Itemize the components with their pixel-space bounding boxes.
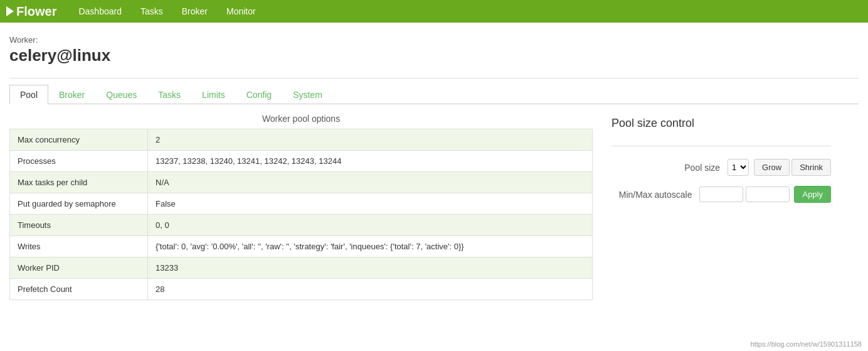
tab-limits[interactable]: Limits	[191, 85, 236, 104]
tab-tasks[interactable]: Tasks	[147, 85, 191, 104]
tab-config[interactable]: Config	[236, 85, 282, 104]
table-title: Worker pool options	[9, 114, 593, 124]
row-label: Max concurrency	[10, 129, 148, 151]
row-value: N/A	[148, 172, 593, 193]
tab-pool[interactable]: Pool	[9, 85, 48, 104]
pool-size-select[interactable]: 1 2 3 4	[728, 159, 749, 176]
table-row: Put guarded by semaphoreFalse	[10, 193, 593, 215]
nav-broker[interactable]: Broker	[172, 1, 217, 21]
autoscale-row: Min/Max autoscale Apply	[611, 186, 831, 203]
sidebar-section: Pool size control Pool size 1 2 3 4 Grow…	[593, 114, 831, 300]
table-row: Processes13237, 13238, 13240, 13241, 132…	[10, 151, 593, 172]
row-label: Timeouts	[10, 215, 148, 236]
min-input[interactable]	[699, 186, 743, 202]
shrink-button[interactable]: Shrink	[791, 159, 831, 176]
brand-label: Flower	[16, 4, 56, 19]
row-label: Writes	[10, 236, 148, 257]
divider	[9, 78, 859, 78]
row-value: 13233	[148, 257, 593, 279]
tab-queues[interactable]: Queues	[95, 85, 147, 104]
row-value: {'total': 0, 'avg': '0.00%', 'all': '', …	[148, 236, 593, 257]
row-label: Put guarded by semaphore	[10, 193, 148, 215]
tab-broker[interactable]: Broker	[48, 85, 95, 104]
row-label: Worker PID	[10, 257, 148, 279]
table-section: Worker pool options Max concurrency2Proc…	[9, 114, 593, 300]
pool-size-row: Pool size 1 2 3 4 Grow Shrink	[611, 159, 831, 176]
table-row: Max concurrency2	[10, 129, 593, 151]
content-area: Worker pool options Max concurrency2Proc…	[9, 114, 859, 300]
worker-name: celery@linux	[9, 46, 859, 65]
navbar-links: Dashboard Tasks Broker Monitor	[69, 1, 265, 21]
brand[interactable]: Flower	[6, 4, 56, 19]
nav-tasks[interactable]: Tasks	[131, 1, 172, 21]
row-value: 13237, 13238, 13240, 13241, 13242, 13243…	[148, 151, 593, 172]
max-input[interactable]	[746, 186, 790, 202]
table-row: Max tasks per childN/A	[10, 172, 593, 193]
table-row: Worker PID13233	[10, 257, 593, 279]
main-content: Worker: celery@linux Pool Broker Queues …	[0, 23, 868, 310]
pool-size-label: Pool size	[684, 163, 720, 173]
row-label: Prefetch Count	[10, 279, 148, 300]
pool-size-control: Pool size control Pool size 1 2 3 4 Grow…	[611, 114, 831, 203]
row-label: Processes	[10, 151, 148, 172]
pool-table: Max concurrency2Processes13237, 13238, 1…	[9, 129, 593, 300]
nav-dashboard[interactable]: Dashboard	[69, 1, 131, 21]
row-value: 0, 0	[148, 215, 593, 236]
table-row: Writes{'total': 0, 'avg': '0.00%', 'all'…	[10, 236, 593, 257]
apply-button[interactable]: Apply	[794, 186, 831, 203]
table-row: Timeouts0, 0	[10, 215, 593, 236]
row-value: 28	[148, 279, 593, 300]
tabs: Pool Broker Queues Tasks Limits Config S…	[9, 85, 859, 104]
navbar: Flower Dashboard Tasks Broker Monitor	[0, 0, 868, 23]
row-value: 2	[148, 129, 593, 151]
pool-size-control-title: Pool size control	[611, 117, 831, 130]
control-divider	[611, 146, 831, 146]
row-value: False	[148, 193, 593, 215]
nav-monitor[interactable]: Monitor	[217, 1, 265, 21]
grow-button[interactable]: Grow	[754, 159, 790, 176]
row-label: Max tasks per child	[10, 172, 148, 193]
worker-label: Worker:	[9, 35, 859, 45]
autoscale-label: Min/Max autoscale	[619, 190, 692, 200]
tab-system[interactable]: System	[282, 85, 333, 104]
brand-arrow-icon	[6, 6, 14, 16]
table-row: Prefetch Count28	[10, 279, 593, 300]
